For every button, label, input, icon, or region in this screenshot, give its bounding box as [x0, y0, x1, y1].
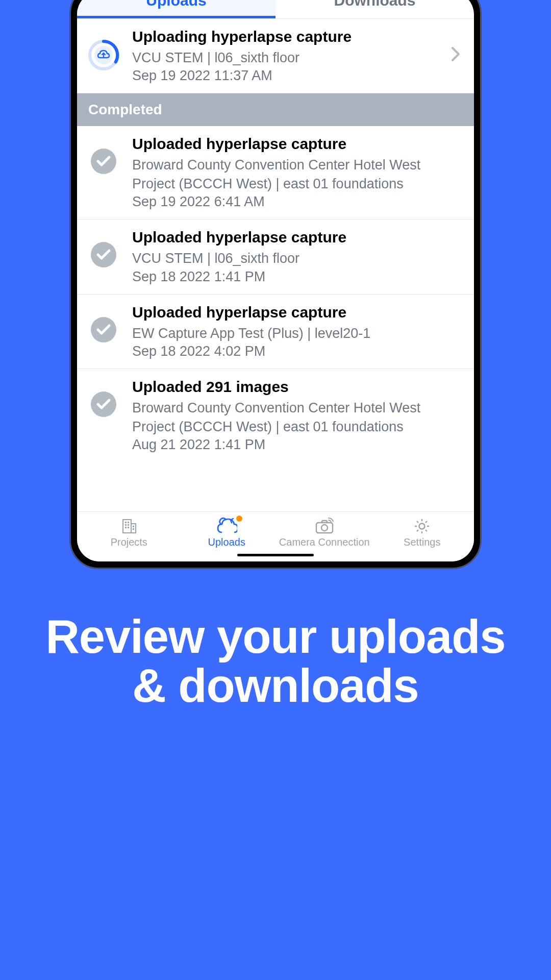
item-date: Sep 18 2022 1:41 PM [132, 269, 464, 285]
tab-settings[interactable]: Settings [373, 516, 471, 548]
item-sub: VCU STEM | l06_sixth floor [132, 249, 464, 267]
check-icon [91, 149, 116, 174]
home-indicator [237, 554, 314, 556]
item-title: Uploaded hyperlapse capture [132, 229, 464, 246]
phone-screen: Uploads Downloads [77, 0, 474, 561]
tab-projects[interactable]: Projects [80, 516, 178, 548]
item-title: Uploaded hyperlapse capture [132, 135, 464, 153]
item-sub: EW Capture App Test (Plus) | level20-1 [132, 324, 464, 342]
tab-projects-label: Projects [111, 536, 147, 548]
list-item[interactable]: Uploaded hyperlapse capture VCU STEM | l… [77, 219, 474, 294]
item-date: Sep 19 2022 6:41 AM [132, 194, 464, 210]
active-upload-date: Sep 19 2022 11:37 AM [132, 68, 447, 84]
tab-uploads[interactable]: Uploads [77, 0, 276, 18]
list-item[interactable]: Uploaded 291 images Broward County Conve… [77, 369, 474, 462]
item-date: Aug 21 2022 1:41 PM [132, 437, 464, 453]
cloud-upload-icon [216, 516, 237, 536]
item-sub: Broward County Convention Center Hotel W… [132, 399, 464, 436]
item-date: Sep 18 2022 4:02 PM [132, 344, 464, 359]
svg-point-13 [321, 525, 328, 531]
active-upload-title: Uploading hyperlapse capture [132, 28, 447, 45]
item-sub: Broward County Convention Center Hotel W… [132, 156, 464, 193]
list-area: Uploading hyperlapse capture VCU STEM | … [77, 19, 474, 511]
item-title: Uploaded 291 images [132, 378, 464, 396]
check-icon [91, 391, 116, 417]
svg-rect-11 [133, 528, 134, 530]
svg-rect-2 [123, 520, 131, 533]
tab-camera-label: Camera Connection [279, 536, 370, 548]
gear-icon [413, 516, 431, 536]
tab-uploads-bottom[interactable]: Uploads [178, 516, 276, 548]
tab-camera-connection[interactable]: Camera Connection [276, 516, 373, 548]
tab-downloads[interactable]: Downloads [276, 0, 474, 18]
section-header-completed: Completed [77, 93, 474, 126]
upload-progress-icon [88, 39, 119, 73]
active-upload-sub: VCU STEM | l06_sixth floor [132, 48, 447, 67]
item-title: Uploaded hyperlapse capture [132, 304, 464, 321]
chevron-right-icon [451, 46, 460, 64]
svg-rect-8 [125, 527, 127, 528]
svg-rect-4 [125, 522, 127, 523]
tab-settings-label: Settings [404, 536, 440, 548]
check-icon [91, 317, 116, 342]
list-item[interactable]: Uploaded hyperlapse capture Broward Coun… [77, 126, 474, 219]
tab-uploads-label: Uploads [208, 536, 245, 548]
building-icon [120, 516, 138, 536]
svg-point-14 [419, 524, 425, 529]
active-upload-row[interactable]: Uploading hyperlapse capture VCU STEM | … [77, 19, 474, 93]
badge-dot [236, 516, 242, 522]
svg-rect-10 [133, 526, 134, 527]
svg-rect-5 [128, 522, 129, 523]
svg-rect-7 [128, 524, 129, 526]
svg-rect-9 [128, 527, 129, 528]
check-icon [91, 242, 116, 267]
list-item[interactable]: Uploaded hyperlapse capture EW Capture A… [77, 295, 474, 369]
top-tabs: Uploads Downloads [77, 0, 474, 19]
svg-rect-6 [125, 524, 127, 526]
promo-headline: Review your uploads & downloads [0, 612, 551, 710]
camera-icon [314, 516, 335, 536]
